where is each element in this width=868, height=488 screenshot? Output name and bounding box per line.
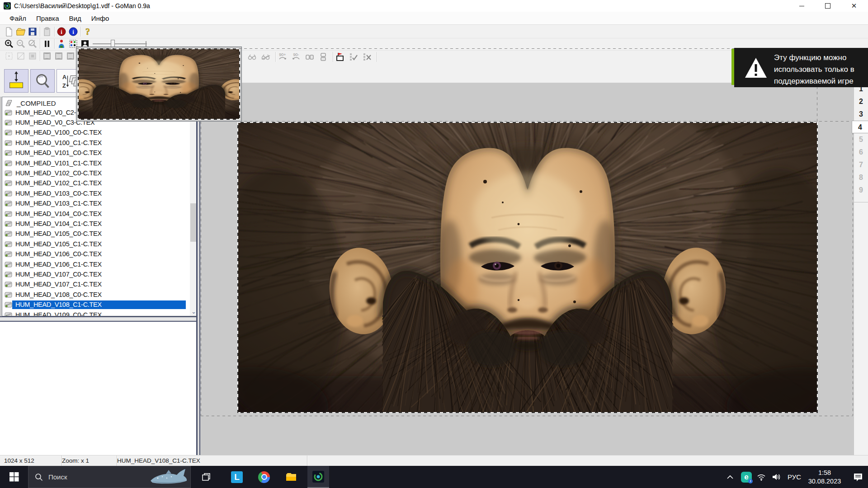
rotate-90-cw-button[interactable]: 90+ (278, 52, 288, 62)
language-indicator[interactable]: РУС (785, 466, 804, 488)
new-file-button[interactable] (4, 27, 14, 37)
tray-expand-button[interactable] (722, 466, 738, 488)
apply-selection-button[interactable] (349, 52, 359, 62)
clock[interactable]: 1:58 30.08.2023 (804, 466, 845, 488)
toast-notification[interactable]: Эту функцию можно использовать только в … (734, 48, 868, 87)
marching-ants-left (237, 122, 238, 413)
zoom-out-button[interactable] (16, 39, 26, 49)
magnifier-button[interactable] (30, 69, 55, 93)
texture-file-row[interactable]: HUM_HEAD_V103_C1-C.TEX (2, 199, 198, 209)
mip-level[interactable]: 3 (854, 108, 868, 121)
horizontal-splitter[interactable] (0, 316, 200, 322)
texture-file-row[interactable]: HUM_HEAD_V105_C1-C.TEX (2, 239, 198, 249)
texture-file-row[interactable]: HUM_HEAD_V104_C1-C.TEX (2, 219, 198, 229)
texture-file-row[interactable]: HUM_HEAD_V106_C0-C.TEX (2, 249, 198, 259)
app-l-icon: L (231, 471, 243, 483)
toast-message: Эту функцию можно использовать только в … (774, 52, 854, 87)
save-file-button[interactable] (28, 27, 38, 37)
app-l-button[interactable]: L (226, 466, 248, 488)
texture-file-row[interactable]: HUM_HEAD_V104_C0-C.TEX (2, 209, 198, 219)
select-dotted-button[interactable] (4, 51, 14, 61)
actor-view-button[interactable] (57, 39, 66, 49)
mip-level[interactable]: 5 (854, 133, 868, 146)
open-file-button[interactable] (16, 27, 26, 37)
search-box[interactable]: Поиск (28, 466, 191, 488)
info-red-button[interactable]: i (57, 27, 66, 37)
mip-level[interactable]: 7 (854, 159, 868, 171)
notifications-button[interactable] (848, 466, 868, 488)
tray-time: 1:58 (818, 469, 831, 477)
marquee-3-button[interactable] (66, 51, 75, 61)
flip-vertical-button[interactable] (318, 52, 328, 62)
maximize-button[interactable] (815, 0, 841, 12)
detail-panel (0, 322, 198, 455)
marquee-2-button[interactable] (54, 51, 64, 61)
taskbar: Поиск L e i (0, 466, 868, 488)
minimize-button[interactable] (788, 0, 815, 12)
texture-file-name: HUM_HEAD_V103_C0-C.TEX (12, 189, 104, 198)
marquee-1-button[interactable] (42, 51, 52, 61)
zoom-slider-endtick (146, 41, 146, 47)
vertical-splitter[interactable] (196, 83, 200, 455)
menu-item[interactable]: Файл (5, 14, 31, 22)
texture-file-row[interactable]: HUM_HEAD_V107_C0-C.TEX (2, 269, 198, 279)
texture-file-row[interactable]: HUM_HEAD_V100_C0-C.TEX (2, 128, 198, 138)
texture-file-row[interactable]: HUM_HEAD_V103_C0-C.TEX (2, 188, 198, 198)
texture-file-row[interactable]: HUM_HEAD_V108_C0-C.TEX (2, 290, 198, 300)
archive-root-node[interactable]: _COMPILED (5, 99, 56, 108)
texture-file-row[interactable]: HUM_HEAD_V100_C1-C.TEX (2, 138, 198, 148)
texture-file-row[interactable]: HUM_HEAD_V109_C0-C.TEX (2, 310, 198, 316)
texture-file-name: HUM_HEAD_V107_C0-C.TEX (12, 270, 104, 279)
menu-item[interactable]: Правка (31, 14, 64, 22)
mip-level[interactable]: 8 (854, 171, 868, 184)
flip-horizontal-button[interactable] (305, 52, 315, 62)
height-import-button[interactable] (4, 69, 28, 93)
texture-file-icon (5, 190, 12, 197)
close-button[interactable]: ✕ (841, 0, 867, 12)
menu-item[interactable]: Инфо (86, 14, 114, 22)
help-button[interactable]: ? (83, 27, 93, 37)
texture-file-row[interactable]: HUM_HEAD_V106_C1-C.TEX (2, 259, 198, 269)
wifi-tray-button[interactable] (754, 466, 769, 488)
texture-file-list: _COMPILED HUM_HEAD_V0_C2-C.TEX HUM_HEAD_… (2, 97, 198, 316)
mip-level[interactable]: 4 (852, 121, 868, 133)
rotate-90-ccw-button[interactable]: 90- (291, 52, 301, 62)
preview-ants-left (78, 48, 79, 120)
texture-file-row[interactable]: HUM_HEAD_V102_C1-C.TEX (2, 178, 198, 188)
texture-file-row[interactable]: HUM_HEAD_V108_C1-C.TEX (2, 300, 198, 310)
texture-file-row[interactable]: HUM_HEAD_V105_C0-C.TEX (2, 229, 198, 239)
texture-file-icon (5, 180, 12, 187)
mip-level[interactable]: 9 (854, 184, 868, 197)
texture-file-row[interactable]: HUM_HEAD_V102_C0-C.TEX (2, 168, 198, 178)
texture-file-row[interactable]: HUM_HEAD_V101_C1-C.TEX (2, 158, 198, 168)
texture-file-name: HUM_HEAD_V107_C1-C.TEX (12, 280, 104, 289)
start-button[interactable] (0, 466, 28, 488)
select-solid-button[interactable] (28, 51, 38, 61)
chrome-button[interactable] (253, 466, 275, 488)
binoculars-1-button[interactable] (247, 52, 257, 62)
status-filename: HUM_HEAD_V108_C1-C.TEX (113, 455, 307, 466)
binoculars-2-button[interactable] (261, 52, 271, 62)
texture-file-row[interactable]: HUM_HEAD_V107_C1-C.TEX (2, 280, 198, 290)
pause-button[interactable] (42, 39, 52, 49)
texture-file-icon (5, 271, 12, 278)
menu-item[interactable]: Вид (64, 14, 86, 22)
select-skew-button[interactable] (16, 51, 26, 61)
mip-level[interactable]: 2 (854, 95, 868, 108)
discard-selection-button[interactable] (362, 52, 372, 62)
texture-image[interactable] (238, 123, 817, 412)
volume-tray-button[interactable] (769, 466, 784, 488)
zoom-in-button[interactable] (4, 39, 14, 49)
texture-file-row[interactable]: HUM_HEAD_V101_C0-C.TEX (2, 148, 198, 158)
mip-level[interactable]: 6 (854, 146, 868, 159)
zoom-reset-button[interactable] (28, 39, 38, 49)
task-view-button[interactable] (195, 466, 217, 488)
file-explorer-button[interactable] (280, 466, 302, 488)
mip-level-strip: 123456789 (854, 83, 868, 455)
zoom-slider-track[interactable] (93, 43, 147, 44)
paste-button[interactable] (42, 27, 52, 37)
export-tga-button[interactable] (335, 52, 345, 62)
goman-app-button[interactable] (307, 466, 329, 488)
eset-tray-button[interactable]: e i (739, 466, 754, 488)
info-blue-button[interactable]: i (68, 27, 78, 37)
